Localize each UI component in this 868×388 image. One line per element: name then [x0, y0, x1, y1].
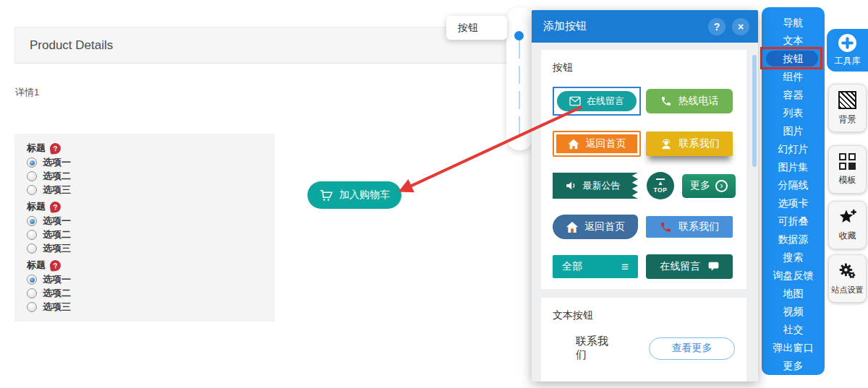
sidebar-item-tabs[interactable]: 选项卡	[762, 194, 825, 212]
add-to-cart-button[interactable]: 加入购物车	[307, 181, 401, 209]
text-buttons-section-label: 文本按钮	[553, 309, 735, 322]
dialog-body: 按钮 在线留言 热线电话	[532, 43, 758, 381]
view-more-button[interactable]: 查看更多	[649, 337, 735, 360]
button-sample-row: 最新公告 ▲ TOP 更多 ›	[553, 172, 735, 199]
template-icon	[839, 153, 856, 170]
sample-label: 最新公告	[583, 179, 621, 192]
sample-contact-us-alt-button[interactable]: 联系我们	[646, 216, 733, 238]
anchor-dot[interactable]	[516, 134, 523, 142]
option-group-title: 标题 ?	[27, 200, 275, 213]
favorites-label: 收藏	[839, 230, 856, 242]
option-group-title: 标题 ?	[27, 259, 275, 272]
add-to-cart-label: 加入购物车	[339, 189, 390, 202]
sidebar-item-button-active[interactable]: 按钮	[762, 50, 825, 68]
help-badge-icon[interactable]: ?	[49, 142, 61, 155]
radio-button[interactable]	[27, 158, 37, 168]
option-group-title-label: 标题	[27, 142, 46, 155]
anchor-dot[interactable]	[516, 84, 523, 91]
anchor-dot-active[interactable]	[514, 31, 524, 40]
phone-red-icon	[660, 221, 672, 233]
sample-label: 返回首页	[584, 220, 625, 233]
radio-button[interactable]	[27, 230, 37, 240]
speaker-icon	[565, 180, 577, 191]
page-section-header: Product Details	[14, 27, 509, 64]
radio-button[interactable]	[27, 275, 37, 285]
sidebar-item-more[interactable]: 更多	[762, 357, 825, 375]
radio-label: 选项一	[43, 273, 71, 286]
sample-back-home-button[interactable]: 返回首页	[553, 131, 641, 157]
dialog-help-button[interactable]: ?	[708, 18, 726, 35]
dialog-header[interactable]: 添加按钮 ? ×	[532, 10, 758, 43]
radio-label: 选项二	[43, 170, 71, 183]
text-contact-us-button[interactable]: 联系我们	[576, 335, 616, 362]
sidebar-item-nav[interactable]: 导航	[762, 14, 825, 32]
anchor-dot[interactable]	[516, 109, 523, 116]
anchor-tooltip-label: 按钮	[458, 22, 478, 35]
sidebar-item-container[interactable]: 容器	[762, 86, 825, 104]
sidebar-item-list[interactable]: 列表	[762, 104, 825, 122]
help-badge-icon[interactable]: ?	[49, 259, 61, 272]
sidebar-item-gallery[interactable]: 图片集	[762, 158, 825, 176]
sample-more-button[interactable]: 更多 ›	[682, 174, 736, 198]
toolbox-label: 工具库	[835, 55, 861, 67]
option-group: 标题 ? 选项一 选项二 选项三	[27, 142, 275, 195]
background-tool-button[interactable]: 背景	[828, 84, 867, 132]
radio-button[interactable]	[27, 171, 37, 181]
sample-latest-news-button[interactable]: 最新公告	[553, 173, 638, 199]
radio-row: 选项一	[27, 275, 275, 285]
sample-label: 联系我们	[678, 220, 719, 233]
radio-button[interactable]	[27, 216, 37, 226]
sample-contact-us-button[interactable]: 联系我们	[646, 132, 733, 156]
sample-back-home-alt-button[interactable]: 返回首页	[553, 215, 638, 239]
sidebar-item-video[interactable]: 视频	[762, 303, 825, 321]
radio-label: 选项三	[43, 301, 71, 314]
sidebar-item-map[interactable]: 地图	[762, 285, 825, 303]
template-tool-button[interactable]: 模板	[828, 145, 867, 194]
dialog-close-button[interactable]: ×	[732, 18, 749, 35]
sample-top-button[interactable]: ▲ TOP	[647, 172, 674, 199]
page-title: Product Details	[30, 38, 113, 53]
radio-row: 选项一	[27, 158, 275, 168]
star-plus-icon	[838, 209, 857, 225]
sample-label: 在线留言	[587, 95, 624, 108]
sidebar-item-component[interactable]: 组件	[762, 68, 825, 86]
sample-online-message-alt-button[interactable]: 在线留言	[646, 254, 733, 279]
radio-button[interactable]	[27, 288, 37, 298]
anchor-dot[interactable]	[516, 59, 523, 66]
envelope-icon	[569, 96, 581, 106]
dialog-scrollbar-thumb[interactable]	[752, 55, 757, 167]
text-button-row: 联系我们 查看更多	[553, 335, 735, 362]
toolbox-tab[interactable]: 工具库	[827, 29, 868, 72]
radio-label: 选项三	[43, 184, 71, 197]
sidebar-item-image[interactable]: 图片	[762, 122, 825, 140]
chevron-right-circle-icon: ›	[715, 180, 728, 192]
radio-button[interactable]	[27, 243, 37, 254]
sample-label: 联系我们	[679, 137, 720, 150]
sidebar-item-slideshow[interactable]: 幻灯片	[762, 140, 825, 158]
sidebar-item-inquiry[interactable]: 询盘反馈	[762, 267, 825, 285]
plus-circle-icon	[838, 33, 857, 53]
site-settings-label: 站点设置	[832, 285, 864, 296]
radio-button[interactable]	[27, 302, 37, 312]
radio-button[interactable]	[27, 185, 37, 195]
help-badge-icon[interactable]: ?	[49, 201, 61, 213]
option-group: 标题 ? 选项一 选项二 选项三	[27, 200, 275, 254]
sidebar-item-search[interactable]: 搜索	[762, 249, 825, 267]
sample-all-button[interactable]: 全部 ≡	[553, 255, 638, 278]
sidebar-item-datasource[interactable]: 数据源	[762, 230, 825, 249]
radio-row: 选项一	[27, 216, 275, 226]
radio-row: 选项三	[27, 185, 275, 195]
sidebar-item-social[interactable]: 社交	[762, 321, 825, 339]
sample-online-message-button[interactable]: 在线留言	[557, 91, 637, 111]
site-settings-tool-button[interactable]: 站点设置	[828, 254, 867, 303]
sidebar-item-divider[interactable]: 分隔线	[762, 176, 825, 194]
sample-label: 热线电话	[678, 95, 719, 108]
sample-hotline-button[interactable]: 热线电话	[646, 89, 733, 113]
anchor-tooltip: 按钮	[446, 16, 507, 40]
sidebar-item-popup[interactable]: 弹出窗口	[762, 339, 825, 357]
sidebar-item-collapsible[interactable]: 可折叠	[762, 212, 825, 230]
favorites-tool-button[interactable]: 收藏	[828, 201, 867, 249]
sidebar-item-text[interactable]: 文本	[762, 32, 825, 50]
support-person-icon	[660, 138, 673, 150]
option-group: 标题 ? 选项一 选项二 选项三	[27, 259, 275, 312]
